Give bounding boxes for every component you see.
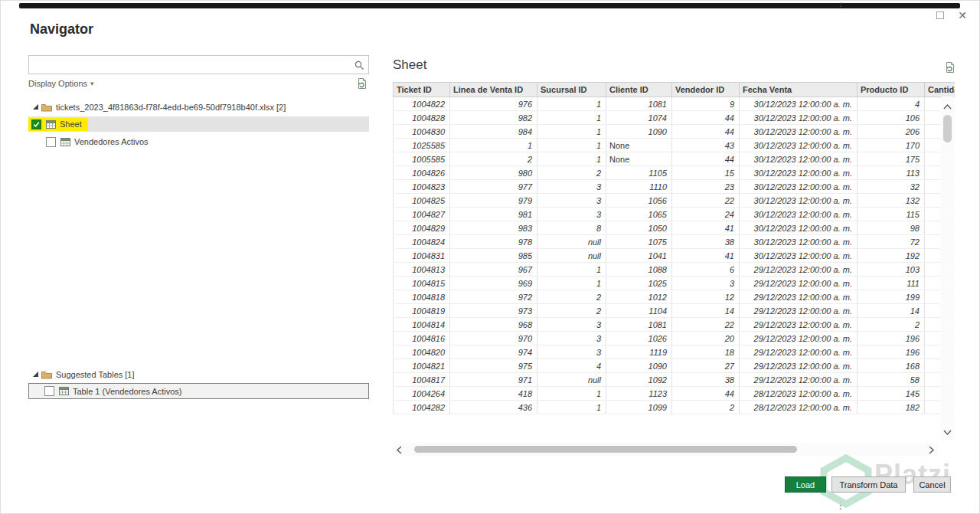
table-cell: 44 [672,152,740,166]
table-cell: 199 [858,290,925,304]
restore-button[interactable] [936,11,944,19]
expand-triangle-icon[interactable] [33,104,38,110]
table-cell: 1004821 [394,359,450,373]
table-cell: 1119 [606,345,672,359]
table-cell: 1004827 [394,208,450,221]
preview-title: Sheet [393,57,426,73]
close-button[interactable]: ✕ [958,11,967,20]
table-cell: 975 [450,359,537,373]
table-cell: 111 [858,277,925,290]
table-cell: 18 [672,345,740,359]
column-header: Fecha Venta [740,83,858,97]
table-cell: 44 [672,125,740,139]
table-cell: 30/12/2023 12:00:00 a. m. [740,139,858,152]
table-cell: 1005585 [394,152,450,166]
table-cell: 30/12/2023 12:00:00 a. m. [740,180,858,194]
scroll-right-icon[interactable] [928,444,935,458]
cancel-button[interactable]: Cancel [913,476,951,493]
table-cell: 3 [537,332,606,345]
table-cell: 1065 [606,208,672,221]
horizontal-scrollbar-thumb[interactable] [414,446,797,453]
sheet-checkbox[interactable] [31,119,41,129]
table-cell: 4 [537,359,606,373]
table-cell: 1004826 [394,166,450,180]
table-cell: 115 [858,208,925,221]
scroll-up-icon[interactable] [942,100,952,113]
vertical-scrollbar-thumb[interactable] [943,115,952,142]
table-cell: 3 [672,277,740,290]
expand-triangle-icon[interactable] [33,372,38,377]
table-cell: 418 [450,387,537,401]
table-row: 1004818972210121229/12/2023 12:00:00 a. … [394,290,956,304]
page-title: Navigator [30,21,93,38]
table-cell: 1081 [606,318,672,332]
table-cell: 1105 [606,166,672,180]
table-cell: 1 [537,263,606,277]
scroll-down-icon[interactable] [942,425,952,439]
table-cell: 1 [537,387,606,401]
preview-refresh-icon[interactable] [945,61,956,77]
table-cell: 41 [672,221,740,235]
table-cell: 29/12/2023 12:00:00 a. m. [740,290,858,304]
table-row: 100428243611099228/12/2023 12:00:00 a. m… [394,401,956,414]
table-cell: 978 [450,235,537,249]
table-cell: 14 [672,304,740,318]
table-cell: 14 [858,304,925,318]
tree-item-source-file[interactable]: tickets_2023_4f81863d-f78f-4edd-be69-50d… [28,100,369,114]
scroll-left-icon[interactable] [396,444,403,458]
table-cell: 1025585 [394,139,450,152]
table-cell: 1 [537,401,606,414]
table-cell: 132 [858,194,925,208]
table-cell: 1004828 [394,111,450,125]
transform-data-button[interactable]: Transform Data [831,476,906,493]
tree-item-table1[interactable]: Table 1 (Vendedores Activos) [28,383,369,399]
tree-item-vendedores[interactable]: Vendedores Activos [28,135,369,149]
table-cell: 1 [537,139,606,152]
vertical-scrollbar[interactable] [941,97,954,440]
table-cell: 1099 [606,401,672,414]
table-row: 1004820974311191829/12/2023 12:00:00 a. … [394,345,956,359]
table-cell: 29/12/2023 12:00:00 a. m. [740,304,858,318]
table-icon [60,138,70,146]
refresh-icon[interactable] [357,77,368,91]
table-cell: 9 [672,97,740,111]
table-cell: 1074 [606,111,672,125]
table-cell: 1056 [606,194,672,208]
tree-item-sheet[interactable]: Sheet [28,116,369,132]
table-cell: 30/12/2023 12:00:00 a. m. [740,221,858,235]
table-cell: 192 [858,249,925,263]
table-cell: 985 [450,249,537,263]
table-cell: 1 [537,125,606,139]
table-cell: 1004816 [394,332,450,345]
table1-checkbox[interactable] [44,386,54,396]
table-cell: 28/12/2023 12:00:00 a. m. [740,387,858,401]
table-cell: 1075 [606,235,672,249]
table-cell: 44 [672,387,740,401]
table-cell: 20 [672,332,740,345]
table-cell: 1004819 [394,304,450,318]
tree-item-suggested-tables[interactable]: Suggested Tables [1] [28,368,369,381]
load-button[interactable]: Load [785,476,826,493]
table-row: 1004824978null10753830/12/2023 12:00:00 … [394,235,956,249]
search-input[interactable] [32,57,354,72]
column-header: Cantidad [925,83,956,97]
vendedores-checkbox[interactable] [46,137,56,147]
column-header: Linea de Venta ID [450,83,537,97]
table-cell: 1 [537,152,606,166]
table-cell: 168 [858,359,925,373]
table-cell: 58 [858,373,925,387]
table-cell: 982 [450,111,537,125]
table-icon [59,387,69,395]
table-cell: 23 [672,180,740,194]
table-row: 1004817971null10923829/12/2023 12:00:00 … [394,373,956,387]
table-cell: null [537,249,606,263]
column-header: Producto ID [858,83,925,97]
table-cell: 1041 [606,249,672,263]
table-cell: 29/12/2023 12:00:00 a. m. [740,359,858,373]
table-cell: 30/12/2023 12:00:00 a. m. [740,166,858,180]
table-cell: 1 [537,97,606,111]
table-cell: 1004822 [394,97,450,111]
table-cell: 436 [450,401,537,414]
display-options-button[interactable]: Display Options ▾ [28,79,94,88]
sheet-icon [46,120,56,129]
